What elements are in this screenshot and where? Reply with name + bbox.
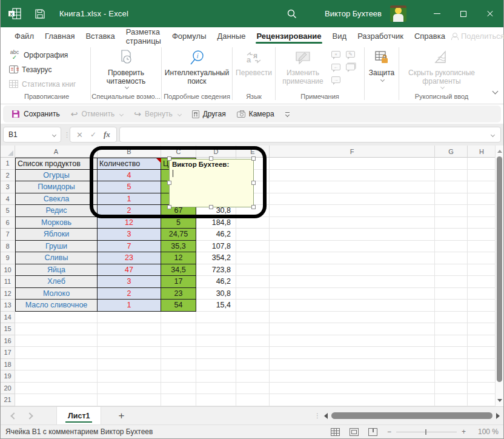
- cell-A4[interactable]: Свекла: [15, 193, 98, 206]
- cell-G1[interactable]: [435, 158, 468, 170]
- search-icon[interactable]: [287, 8, 297, 19]
- row-header-16[interactable]: 16: [1, 335, 15, 347]
- cell-E10[interactable]: [236, 264, 270, 276]
- row-header-2[interactable]: 2: [1, 170, 15, 182]
- tab-developer[interactable]: Разработчик: [352, 27, 409, 45]
- cell-A16[interactable]: [15, 335, 98, 347]
- cell-D17[interactable]: [196, 347, 236, 359]
- cell-C12[interactable]: 23: [161, 288, 196, 300]
- cancel-entry-icon[interactable]: ✕: [76, 130, 83, 139]
- tab-insert[interactable]: Вставка: [80, 27, 120, 45]
- cell-A20[interactable]: [15, 383, 98, 395]
- page-break-view-button[interactable]: [368, 428, 377, 436]
- comment-box[interactable]: Виктор Бухтеев:: [169, 159, 254, 207]
- scroll-down-icon[interactable]: [497, 399, 502, 402]
- scroll-up-icon[interactable]: [497, 150, 502, 153]
- column-header-C[interactable]: C: [161, 146, 196, 158]
- cell-H8[interactable]: [468, 241, 496, 253]
- tab-page-layout[interactable]: Разметка страницы: [121, 27, 167, 45]
- cell-B12[interactable]: 2: [98, 288, 161, 300]
- cell-A18[interactable]: [15, 359, 98, 371]
- spelling-button[interactable]: abc✓ Орфография: [7, 49, 87, 61]
- cell-E14[interactable]: [236, 312, 270, 324]
- comment-handle[interactable]: [251, 156, 256, 161]
- comment-handle[interactable]: [209, 156, 213, 161]
- cell-C7[interactable]: 24,75: [161, 229, 196, 241]
- cell-G17[interactable]: [435, 347, 468, 359]
- add-sheet-button[interactable]: +: [118, 410, 124, 422]
- row-header-12[interactable]: 12: [1, 288, 15, 300]
- select-all-corner[interactable]: [1, 146, 15, 158]
- cell-G5[interactable]: [435, 205, 468, 217]
- formula-input[interactable]: [119, 127, 501, 142]
- row-header-6[interactable]: 6: [1, 217, 15, 229]
- qat-save-button[interactable]: Сохранить: [12, 110, 60, 118]
- cell-E21[interactable]: [236, 394, 270, 406]
- row-header-20[interactable]: 20: [1, 383, 15, 395]
- column-header-A[interactable]: A: [15, 146, 98, 158]
- comment-handle[interactable]: [167, 181, 171, 185]
- maximize-button[interactable]: [450, 0, 477, 27]
- cell-E12[interactable]: [236, 288, 270, 300]
- cell-F4[interactable]: [270, 193, 435, 206]
- cell-F15[interactable]: [270, 323, 435, 335]
- cell-C18[interactable]: [161, 359, 196, 371]
- cell-D21[interactable]: [196, 394, 236, 406]
- cell-H11[interactable]: [468, 276, 496, 288]
- scrollbar-resize-handle[interactable]: ⋮: [314, 415, 319, 417]
- cell-A19[interactable]: [15, 370, 98, 383]
- cell-F3[interactable]: [270, 181, 435, 193]
- cell-B1[interactable]: Количество: [98, 158, 161, 170]
- cell-B3[interactable]: 5: [98, 181, 161, 193]
- expand-formula-bar-icon[interactable]: [491, 132, 495, 136]
- cell-A8[interactable]: Груши: [15, 241, 98, 253]
- cell-D20[interactable]: [196, 383, 236, 395]
- cell-A21[interactable]: [15, 394, 98, 406]
- tab-formulas[interactable]: Формулы: [167, 27, 212, 45]
- cell-D9[interactable]: 354,2: [196, 252, 236, 264]
- column-header-E[interactable]: E: [236, 146, 270, 158]
- cell-G7[interactable]: [435, 229, 468, 241]
- cell-F7[interactable]: [270, 229, 435, 241]
- cell-F20[interactable]: [270, 383, 435, 395]
- cell-H1[interactable]: [468, 158, 496, 170]
- scroll-right-icon[interactable]: [496, 413, 500, 419]
- cell-H9[interactable]: [468, 252, 496, 264]
- cell-D18[interactable]: [196, 359, 236, 371]
- row-header-10[interactable]: 10: [1, 264, 15, 276]
- cell-A10[interactable]: Яйца: [15, 264, 98, 276]
- tab-file[interactable]: Файл: [9, 27, 39, 45]
- cell-F11[interactable]: [270, 276, 435, 288]
- cell-H14[interactable]: [468, 312, 496, 324]
- cell-B7[interactable]: 3: [98, 229, 161, 241]
- sheet-tab[interactable]: Лист1: [56, 407, 101, 424]
- column-header-G[interactable]: G: [435, 146, 468, 158]
- cell-C10[interactable]: 34,5: [161, 264, 196, 276]
- row-header-4[interactable]: 4: [1, 193, 15, 206]
- cell-B2[interactable]: 4: [98, 170, 161, 182]
- cell-C14[interactable]: [161, 312, 196, 324]
- cell-F2[interactable]: [270, 170, 435, 182]
- qat-camera-button[interactable]: Камера: [237, 110, 274, 118]
- cell-C8[interactable]: 35,3: [161, 241, 196, 253]
- cell-B14[interactable]: [98, 312, 161, 324]
- cell-H16[interactable]: [468, 335, 496, 347]
- name-box[interactable]: B1: [3, 127, 61, 142]
- cell-C19[interactable]: [161, 370, 196, 383]
- cell-C21[interactable]: [161, 394, 196, 406]
- horizontal-scrollbar[interactable]: [324, 412, 500, 419]
- cell-C16[interactable]: [161, 335, 196, 347]
- cell-G18[interactable]: [435, 359, 468, 371]
- row-header-18[interactable]: 18: [1, 359, 15, 371]
- cell-E9[interactable]: [236, 252, 270, 264]
- share-button[interactable]: Поделиться: [451, 27, 504, 45]
- row-header-7[interactable]: 7: [1, 229, 15, 241]
- zoom-slider-thumb[interactable]: [425, 429, 426, 435]
- cell-C11[interactable]: 17: [161, 276, 196, 288]
- cell-E8[interactable]: [236, 241, 270, 253]
- row-header-21[interactable]: 21: [1, 394, 15, 406]
- cell-F16[interactable]: [270, 335, 435, 347]
- cell-A11[interactable]: Хлеб: [15, 276, 98, 288]
- cell-G8[interactable]: [435, 241, 468, 253]
- cell-H17[interactable]: [468, 347, 496, 359]
